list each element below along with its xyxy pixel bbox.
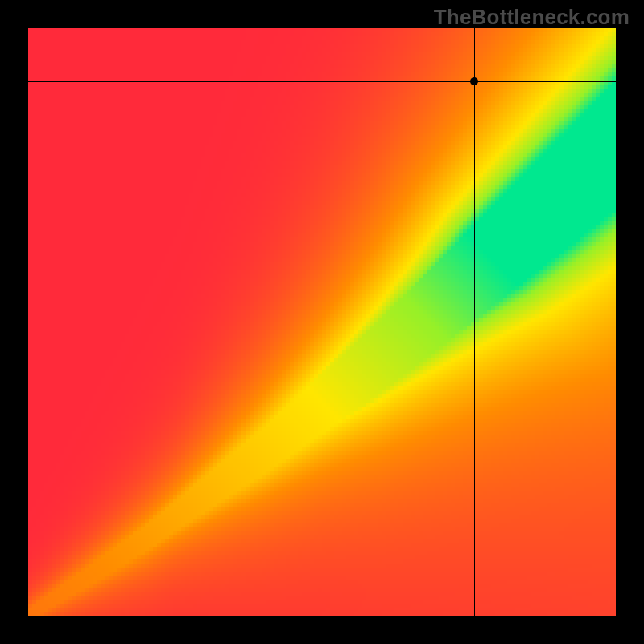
selection-marker <box>470 77 478 85</box>
crosshair-vertical <box>474 28 475 616</box>
bottleneck-heatmap <box>28 28 616 616</box>
plot-area <box>28 28 616 616</box>
chart-frame: TheBottleneck.com <box>0 0 644 644</box>
watermark-text: TheBottleneck.com <box>434 5 630 30</box>
crosshair-horizontal <box>28 81 616 82</box>
